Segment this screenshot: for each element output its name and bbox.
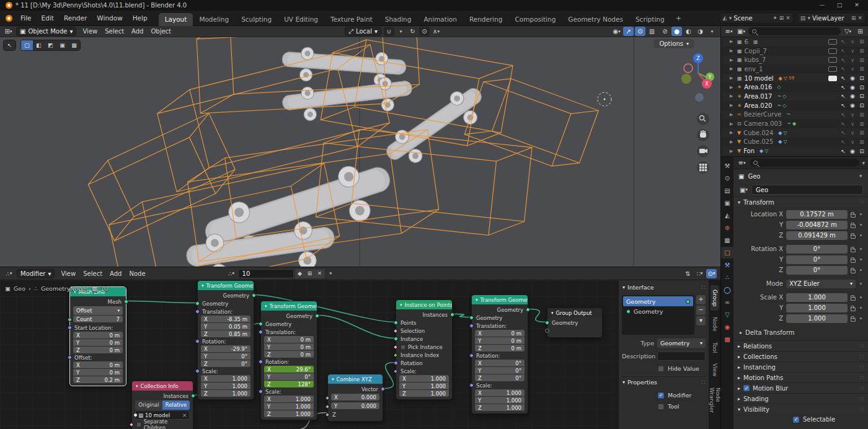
viewport-menu-view[interactable]: View [79,28,101,35]
eye-closed-icon[interactable]: ∨ [848,38,857,45]
transform-orientation-dropdown[interactable]: ⤢ Local ▾ [345,27,381,36]
viewport-menu-add[interactable]: Add [128,28,147,35]
camera-visibility-icon[interactable]: ⊠ [857,38,866,45]
socket-vec[interactable] [394,361,398,365]
expand-icon[interactable]: ▶ [730,103,735,108]
outliner-item-name[interactable]: kubs_7 [745,56,766,63]
drag-handle-icon[interactable]: ∷ [860,374,864,381]
show-overlays-button[interactable]: ⊙ [635,27,645,36]
collapse-icon[interactable]: ▾ [202,283,204,288]
socket-geo[interactable] [315,314,319,318]
proportional-falloff-button[interactable]: ∧▾ [431,27,441,36]
remove-socket-button[interactable]: − [696,306,706,315]
scale-value-field[interactable]: 1.000 [786,314,848,323]
animate-dot[interactable] [860,259,862,260]
drag-handle-icon[interactable]: ∷ [860,396,864,402]
socket-menu-button[interactable]: ▾ [696,316,706,325]
scale-value-field[interactable]: 1.000 [786,293,848,302]
socket-geo[interactable] [124,299,128,304]
socket-geo[interactable] [195,301,200,306]
outliner-item-name[interactable]: Fon [743,148,755,154]
checkbox[interactable] [136,422,141,427]
sidebar-tab-view[interactable]: View [711,359,719,381]
expand-icon[interactable]: ▶ [730,149,735,154]
animate-dot[interactable] [860,317,862,319]
workspace-tab-shading[interactable]: Shading [379,13,418,26]
eye-closed-icon[interactable]: ∨ [848,130,857,136]
outliner-row[interactable]: ▶▦env_1↖∨⊠ [721,64,868,74]
socket-geo[interactable] [469,316,474,320]
node-value-field[interactable]: Y0.05 m [201,323,250,330]
outliner-row[interactable]: ▶▼Fon◆▽↖◉⊡ [721,146,868,156]
select-box-invert-button[interactable]: ▣ [56,40,68,50]
workspace-tab-sculpting[interactable]: Sculpting [235,13,278,26]
node-value-field[interactable]: Z0 m [73,347,123,353]
workspace-tab-uv-editing[interactable]: UV Editing [278,13,324,26]
socket-geo[interactable] [394,337,398,341]
camera-visibility-icon[interactable]: ⊠ [857,139,866,145]
add-socket-button[interactable]: + [696,295,706,304]
node-value-field[interactable]: Z0 m [264,351,314,358]
panel-header-motion-paths[interactable]: ▸Motion Paths∷ [733,372,868,383]
breadcrumb-object-name[interactable]: Geo [748,173,760,180]
blender-menu-icon[interactable] [6,15,12,22]
camera-visibility-icon[interactable]: ⊠ [857,121,866,127]
selectable-icon[interactable]: ↖ [839,48,848,54]
eye-closed-icon[interactable]: ∨ [848,57,857,63]
panel-header-relations[interactable]: ▸Relations∷ [733,340,868,351]
show-gizmo-button[interactable]: ↗ [623,27,634,36]
socket-vec[interactable] [469,383,474,387]
object-name-field[interactable]: Geo [751,185,863,195]
filter-button[interactable]: ▽▾ [843,27,853,36]
selectable-icon[interactable]: ↖ [839,102,848,108]
selectable-icon[interactable]: ↖ [839,93,848,99]
node-menu-view[interactable]: View [57,270,79,277]
breadcrumb-modifier[interactable]: GeometryNodes [41,285,89,292]
expand-icon[interactable]: ▶ [730,66,735,71]
maximize-button[interactable]: □ [831,0,848,11]
drag-handle-icon[interactable]: ∷ [701,284,705,291]
animate-dot[interactable] [860,213,862,215]
outliner-row[interactable]: ▶▦kubs_7↖∨⊠ [721,55,868,64]
properties-tab-modifier[interactable]: ⚒ [721,259,733,271]
tweak-tool-button[interactable]: ↖ [4,40,16,50]
node-value-field[interactable]: Y0° [201,353,250,360]
camera-visibility-icon[interactable]: ⊡ [857,102,866,108]
socket-geo[interactable] [252,293,256,298]
node-value-field[interactable]: Z1.000 [475,404,525,411]
menu-window[interactable]: Window [92,12,127,24]
breadcrumb-tree[interactable]: 10 [100,285,108,292]
exclude-checkbox[interactable] [828,66,837,72]
proportional-edit-button[interactable]: ⊙ [419,27,430,36]
properties-tab-output[interactable]: ▤ [721,185,733,197]
selectable-icon[interactable]: ↖ [839,148,848,154]
socket-vec[interactable] [259,389,263,394]
selectable-icon[interactable]: ↖ [839,75,848,81]
node-tg3[interactable]: ▾Transform GeometryGeometryGeometryTrans… [471,294,528,414]
node-value-field[interactable]: X0 m [475,330,525,337]
exclude-checkbox[interactable]: ✓ [828,76,837,81]
select-box-button[interactable]: ▢ [21,40,33,50]
rotation-value-field[interactable]: 0° [786,266,848,275]
node-go[interactable]: ▾Group OutputGeometry [547,307,603,338]
node-dropdown[interactable]: Offset▾ [73,306,123,315]
selectable-icon[interactable]: ↖ [839,112,848,118]
lock-open-icon[interactable] [851,307,856,311]
expand-icon[interactable]: ▶ [730,139,735,144]
properties-tab-particles[interactable]: ∴ [721,272,733,283]
collapse-icon[interactable]: ▾ [265,304,267,309]
shading-material-button[interactable]: ◐ [683,27,694,36]
toggle-original[interactable]: Original [135,400,162,410]
outliner-item-name[interactable]: 10 model [745,75,774,82]
workspace-tab-scripting[interactable]: Scripting [629,13,671,26]
outliner-row[interactable]: ▶≈BezierCurve~↖∨⊠ [721,110,868,120]
snapping-grid-button[interactable]: ∷▾ [694,269,705,278]
pin-icon[interactable]: ✦ [858,173,863,179]
xray-toggle-button[interactable]: ▥ [647,27,657,36]
outliner-row[interactable]: ▶☀Area.017~◇↖◉⊡ [721,92,868,101]
scale-value-field[interactable]: 1.000 [786,304,848,312]
properties-tab-tool[interactable]: ⚒ [721,160,733,172]
eye-open-icon[interactable]: ◉ [848,93,857,99]
lock-open-icon[interactable] [851,249,856,252]
lock-open-icon[interactable] [851,270,856,273]
